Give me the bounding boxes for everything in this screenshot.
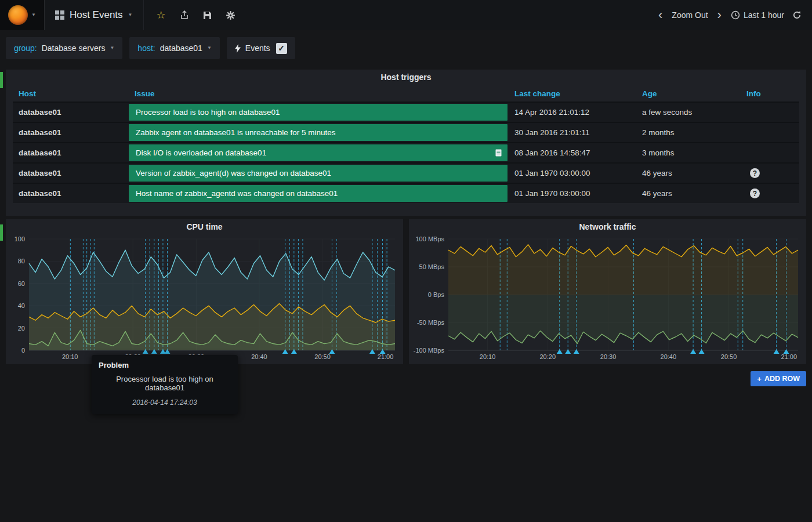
svg-text:80: 80 [18, 258, 25, 264]
triggers-table: Host Issue Last change Age Info database… [13, 86, 799, 203]
panel-title-network-traffic[interactable]: Network traffic [409, 219, 806, 234]
trigger-host: database01 [13, 122, 129, 143]
time-shift-back-button[interactable]: ‹ [657, 9, 664, 21]
host-variable-dropdown[interactable]: host: database01 ▼ [129, 37, 219, 59]
refresh-icon [792, 10, 802, 20]
svg-text:0: 0 [21, 347, 25, 354]
panel-title-host-triggers[interactable]: Host triggers [6, 70, 806, 85]
dashboard-title-menu[interactable]: Host Events ▼ [45, 0, 144, 30]
settings-button[interactable] [226, 10, 235, 20]
share-icon [180, 10, 189, 20]
trigger-last-change: 08 Jan 2016 14:58:47 [509, 143, 636, 163]
events-checkbox[interactable]: ✓ [276, 43, 287, 54]
group-variable-dropdown[interactable]: group: Database servers ▼ [6, 37, 122, 59]
trigger-row: database01 Zabbix agent on database01 is… [13, 122, 799, 143]
trigger-last-change: 30 Jan 2016 21:01:11 [509, 122, 636, 143]
column-header-last-change[interactable]: Last change [509, 86, 636, 102]
row-edit-handle[interactable] [0, 72, 3, 88]
host-triggers-panel: Host triggers Host Issue Last change Age… [6, 70, 806, 216]
host-variable-label: host: [137, 44, 155, 53]
svg-text:21:00: 21:00 [378, 353, 394, 360]
triggers-header-row: Host Issue Last change Age Info [13, 86, 799, 102]
trigger-row: database01 Processor load is too high on… [13, 102, 799, 122]
share-button[interactable] [180, 10, 189, 20]
grafana-menu-button[interactable]: ▼ [0, 0, 45, 30]
help-icon[interactable]: ? [750, 168, 760, 178]
svg-text:20:10: 20:10 [480, 353, 496, 360]
svg-text:50 MBps: 50 MBps [419, 263, 445, 270]
svg-text:-100 MBps: -100 MBps [414, 347, 445, 354]
help-icon[interactable]: ? [750, 188, 760, 198]
trigger-age: 46 years [636, 163, 741, 183]
trigger-info [741, 122, 799, 143]
time-range-picker[interactable]: Last 1 hour [731, 10, 784, 20]
issue-text: Host name of zabbix_agentd was changed o… [136, 189, 338, 198]
issue-badge[interactable]: Zabbix agent on database01 is unreachabl… [129, 124, 507, 141]
svg-text:40: 40 [18, 302, 25, 309]
dashboard-grid-icon [55, 10, 64, 20]
refresh-button[interactable] [792, 10, 802, 20]
trigger-info [741, 102, 799, 122]
row-edit-handle[interactable] [0, 224, 3, 241]
trigger-age: 2 months [636, 122, 741, 143]
trigger-host: database01 [13, 143, 129, 163]
svg-text:20:50: 20:50 [721, 353, 737, 360]
trigger-info [741, 143, 799, 163]
star-button[interactable]: ☆ [157, 10, 166, 20]
save-icon [203, 11, 212, 20]
grafana-logo-icon [8, 5, 28, 25]
network-traffic-chart[interactable]: 100 MBps50 MBps0 Bps-50 MBps-100 MBps20:… [412, 234, 803, 362]
issue-badge[interactable]: Processor load is too high on database01 [129, 104, 507, 121]
cpu-time-panel: CPU time 10080604020020:1020:2020:3020:4… [6, 219, 403, 364]
column-header-info[interactable]: Info [741, 86, 799, 102]
issue-badge[interactable]: Host name of zabbix_agentd was changed o… [129, 185, 507, 202]
host-variable-value: database01 [160, 44, 202, 53]
column-header-issue[interactable]: Issue [129, 86, 509, 102]
group-variable-value: Database servers [42, 44, 106, 53]
cpu-time-chart[interactable]: 10080604020020:1020:2020:3020:4020:5021:… [9, 234, 400, 362]
issue-text: Disk I/O is overloaded on database01 [136, 148, 266, 157]
events-label: Events [245, 44, 270, 53]
svg-text:20:40: 20:40 [251, 353, 267, 360]
trigger-host: database01 [13, 183, 129, 203]
panel-title-cpu-time[interactable]: CPU time [6, 219, 403, 234]
svg-text:20:30: 20:30 [600, 353, 617, 360]
svg-text:20:40: 20:40 [661, 353, 677, 360]
svg-text:100: 100 [14, 235, 25, 242]
document-icon[interactable] [495, 149, 502, 158]
gear-icon [226, 10, 235, 20]
time-shift-forward-button[interactable]: › [716, 9, 723, 21]
column-header-host[interactable]: Host [13, 86, 129, 102]
trigger-last-change: 01 Jan 1970 03:00:00 [509, 163, 636, 183]
trigger-row: database01 Disk I/O is overloaded on dat… [13, 143, 799, 163]
trigger-last-change: 14 Apr 2016 21:01:12 [509, 102, 636, 122]
svg-text:20:50: 20:50 [314, 353, 331, 360]
issue-badge[interactable]: Version of zabbix_agent(d) was changed o… [129, 165, 507, 182]
column-header-age[interactable]: Age [636, 86, 741, 102]
annotation-tooltip-time: 2016-04-14 17:24:03 [99, 398, 231, 407]
issue-text: Version of zabbix_agent(d) was changed o… [136, 169, 331, 177]
chevron-down-icon: ▼ [31, 13, 36, 17]
annotation-tooltip-text: Processor load is too high on database01 [99, 375, 231, 392]
trigger-host: database01 [13, 163, 129, 183]
trigger-info: ? [741, 183, 799, 203]
issue-badge[interactable]: Disk I/O is overloaded on database01 [129, 144, 507, 161]
svg-text:-50 MBps: -50 MBps [417, 319, 445, 326]
network-traffic-panel: Network traffic 100 MBps50 MBps0 Bps-50 … [409, 219, 806, 364]
trigger-row: database01 Host name of zabbix_agentd wa… [13, 183, 799, 203]
trigger-age: 46 years [636, 183, 741, 203]
save-button[interactable] [203, 11, 212, 20]
trigger-age: a few seconds [636, 102, 741, 122]
events-toggle[interactable]: Events ✓ [227, 37, 295, 59]
issue-text: Zabbix agent on database01 is unreachabl… [136, 128, 335, 137]
annotation-tooltip-title: Problem [99, 361, 231, 369]
clock-icon [731, 10, 740, 20]
zoom-out-button[interactable]: Zoom Out [672, 10, 708, 20]
svg-text:0 Bps: 0 Bps [428, 291, 445, 298]
add-row-label: ADD ROW [764, 375, 800, 383]
trigger-last-change: 01 Jan 1970 03:00:00 [509, 183, 636, 203]
svg-text:21:00: 21:00 [781, 353, 798, 360]
time-range-label: Last 1 hour [744, 10, 784, 20]
navbar: ▼ Host Events ▼ ☆ ‹ Zoom Out › Last 1 ho… [0, 0, 812, 30]
add-row-button[interactable]: + ADD ROW [751, 371, 806, 386]
